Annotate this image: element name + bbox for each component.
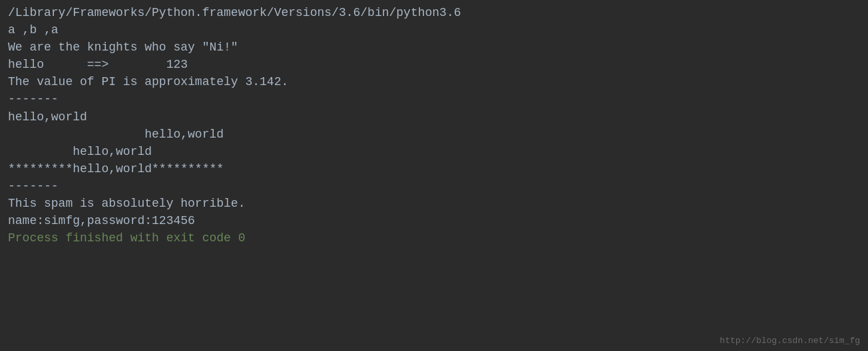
terminal-line: /Library/Frameworks/Python.framework/Ver… bbox=[8, 4, 860, 21]
terminal-line: ------- bbox=[8, 177, 860, 195]
watermark: http://blog.csdn.net/sim_fg bbox=[720, 336, 860, 346]
terminal-line: hello,world bbox=[8, 143, 860, 160]
terminal-line: name:simfg,password:123456 bbox=[8, 212, 860, 229]
terminal-line: ------- bbox=[8, 90, 860, 108]
terminal-line: Process finished with exit code 0 bbox=[8, 229, 860, 247]
terminal-line: hello,world bbox=[8, 108, 860, 126]
terminal-line: This spam is absolutely horrible. bbox=[8, 195, 860, 212]
terminal-window: /Library/Frameworks/Python.framework/Ver… bbox=[0, 0, 868, 351]
terminal-line: *********hello,world********** bbox=[8, 160, 860, 177]
terminal-line: We are the knights who say "Ni!" bbox=[8, 39, 860, 56]
terminal-line: hello,world bbox=[8, 126, 860, 143]
terminal-line: a ,b ,a bbox=[8, 21, 860, 39]
terminal-line: The value of PI is approximately 3.142. bbox=[8, 73, 860, 90]
terminal-line: hello ==> 123 bbox=[8, 56, 860, 73]
